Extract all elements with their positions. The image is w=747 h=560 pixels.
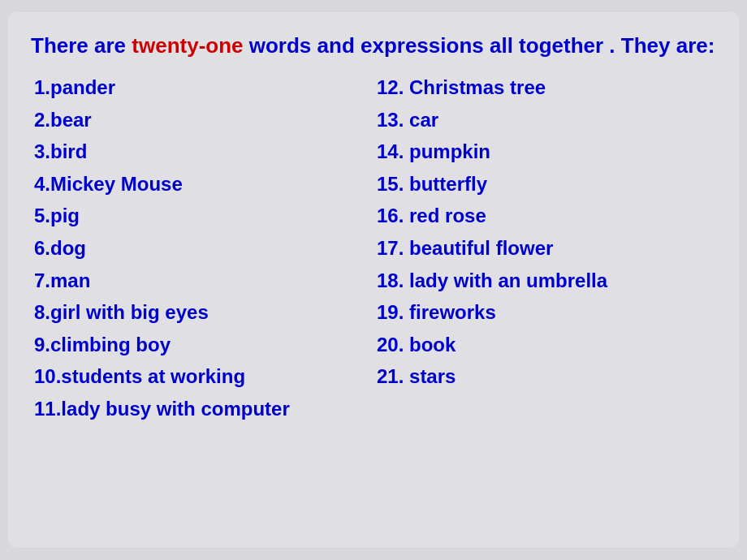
list-item: 19. fireworks: [374, 296, 716, 329]
list-item: 14. pumpkin: [374, 136, 716, 168]
right-column: 12. Christmas tree 13. car 14. pumpkin 1…: [374, 71, 716, 425]
intro-highlight: twenty-one: [132, 33, 243, 58]
list-item: 16. red rose: [374, 200, 716, 232]
main-card: There are twenty-one words and expressio…: [8, 12, 739, 548]
list-item: 2.bear: [31, 104, 374, 136]
list-item: 6.dog: [31, 232, 374, 265]
list-item: 15. butterfly: [374, 168, 716, 200]
list-item: 5.pig: [31, 200, 374, 232]
left-column: 1.pander 2.bear 3.bird 4.Mickey Mouse 5.…: [31, 71, 374, 425]
list-item: 21. stars: [374, 360, 716, 393]
list-item: 12. Christmas tree: [374, 71, 716, 104]
list-item: 20. book: [374, 329, 716, 361]
intro-suffix: words and expressions all together . The…: [244, 33, 715, 58]
list-item: 17. beautiful flower: [374, 232, 716, 265]
list-item: 9.climbing boy: [31, 329, 374, 361]
list-item: 1.pander: [31, 71, 374, 104]
list-item: 3.bird: [31, 136, 374, 168]
list-item: 11.lady busy with computer: [31, 393, 374, 425]
list-item: 8.girl with big eyes: [31, 296, 374, 329]
intro-prefix: There are: [31, 33, 132, 58]
list-item: 13. car: [374, 104, 716, 136]
list-item: 7.man: [31, 265, 374, 297]
list-item: 10.students at working: [31, 360, 374, 393]
list-item: 4.Mickey Mouse: [31, 168, 374, 200]
intro-text: There are twenty-one words and expressio…: [31, 32, 716, 60]
list-item: 18. lady with an umbrella: [374, 265, 716, 297]
word-list: 1.pander 2.bear 3.bird 4.Mickey Mouse 5.…: [31, 71, 716, 425]
